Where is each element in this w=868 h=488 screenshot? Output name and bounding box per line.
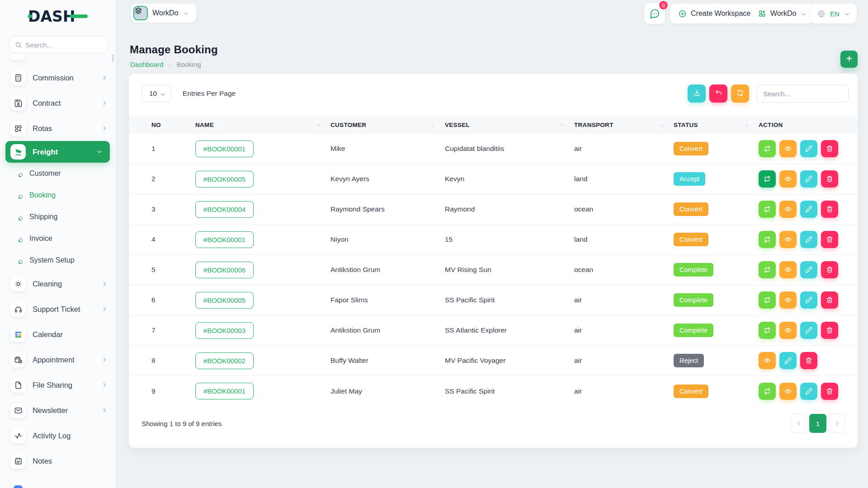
delete-action-button[interactable]: [821, 140, 838, 157]
add-booking-button[interactable]: [840, 51, 858, 68]
booking-number-chip[interactable]: #BOOK00006: [195, 262, 254, 278]
sidebar-item-newsletter[interactable]: Newsletter: [0, 398, 115, 423]
convert-action-button[interactable]: [759, 322, 776, 339]
convert-action-button[interactable]: [759, 383, 776, 400]
delete-icon: [826, 145, 833, 152]
reset-button[interactable]: [709, 84, 727, 103]
eye-action-button[interactable]: [779, 383, 797, 400]
convert-action-button[interactable]: [759, 261, 776, 278]
delete-action-button[interactable]: [821, 291, 838, 309]
entries-per-page-select[interactable]: 10: [142, 85, 171, 102]
sidebar-item-notes[interactable]: Notes: [0, 448, 115, 474]
column-header-transport[interactable]: TRANSPORT↑↓: [574, 116, 674, 134]
breadcrumb-dashboard[interactable]: Dashboard: [130, 61, 163, 68]
sort-arrows-icon[interactable]: ↑↓: [745, 122, 748, 127]
pagination-prev-button[interactable]: [791, 414, 807, 433]
edit-action-button[interactable]: [800, 201, 817, 218]
sidebar-item-cleaning[interactable]: Cleaning: [0, 271, 115, 296]
delete-action-button[interactable]: [821, 322, 838, 339]
sort-arrows-icon[interactable]: ↑↓: [660, 122, 663, 127]
sidebar-item-appointment[interactable]: Appointment: [0, 347, 115, 372]
booking-number-chip[interactable]: #BOOK00001: [195, 231, 254, 248]
sidebar-item-rotas[interactable]: Rotas: [0, 116, 115, 141]
table-search-input[interactable]: [756, 84, 849, 103]
edit-action-button[interactable]: [800, 291, 817, 309]
eye-action-button[interactable]: [779, 291, 797, 309]
column-header-no[interactable]: NO: [129, 116, 195, 134]
booking-number-chip[interactable]: #BOOK00001: [195, 141, 254, 157]
convert-action-button[interactable]: [759, 170, 776, 188]
booking-number-chip[interactable]: #BOOK00005: [195, 292, 254, 309]
booking-number-chip[interactable]: #BOOK00002: [195, 352, 254, 369]
sidebar-item-file-sharing[interactable]: File Sharing: [0, 372, 115, 398]
sidebar-subitem-invoice[interactable]: Invoice: [0, 228, 115, 249]
export-button[interactable]: [688, 84, 706, 103]
column-header-status[interactable]: STATUS↑↓: [674, 116, 759, 134]
workspace-chip[interactable]: WorkDo: [131, 4, 196, 23]
cell-transport: air: [574, 296, 674, 304]
sidebar-subitem-booking[interactable]: Booking: [0, 184, 115, 206]
sort-arrows-icon[interactable]: ↑↓: [316, 122, 320, 127]
column-header-customer[interactable]: CUSTOMER↑↓: [330, 116, 445, 134]
sidebar-subitem-shipping[interactable]: Shipping: [0, 206, 115, 228]
sidebar-item-support-ticket[interactable]: Support Ticket: [0, 296, 115, 322]
sidebar-item-activity-log[interactable]: Activity Log: [0, 423, 115, 448]
delete-action-button[interactable]: [821, 231, 838, 248]
delete-action-button[interactable]: [800, 352, 817, 369]
column-header-name[interactable]: NAME↑↓: [195, 116, 330, 134]
workspace-switcher[interactable]: WorkDo: [751, 4, 813, 23]
app: DASH Commission Contract Rotas Freight: [0, 0, 868, 488]
reload-button[interactable]: [731, 84, 749, 103]
create-workspace-button[interactable]: Create Workspace: [670, 4, 759, 23]
eye-action-button[interactable]: [779, 140, 797, 157]
sidebar-item-calendar[interactable]: 31 Calendar: [0, 322, 115, 347]
sidebar-search-input[interactable]: [25, 41, 102, 49]
sidebar-search[interactable]: [9, 36, 108, 53]
convert-action-button[interactable]: [759, 201, 776, 218]
convert-action-button[interactable]: [759, 231, 776, 248]
edit-action-button[interactable]: [800, 140, 817, 157]
sidebar-item-contract[interactable]: Contract: [0, 90, 115, 116]
convert-action-button[interactable]: [759, 291, 776, 309]
pagination-page-1[interactable]: 1: [809, 414, 826, 433]
booking-number-chip[interactable]: #BOOK00005: [195, 171, 254, 188]
sidebar-item-freight[interactable]: Freight: [5, 141, 110, 163]
edit-action-button[interactable]: [800, 322, 817, 339]
edit-action-button[interactable]: [800, 383, 817, 400]
edit-action-button[interactable]: [800, 170, 817, 188]
convert-action-button[interactable]: [759, 140, 776, 157]
delete-action-button[interactable]: [821, 261, 838, 278]
edit-action-button[interactable]: [800, 231, 817, 248]
eye-action-button[interactable]: [759, 352, 776, 369]
sort-arrows-icon[interactable]: ↑↓: [560, 122, 563, 127]
sidebar-item-partial-bottom[interactable]: [10, 482, 26, 488]
column-header-action[interactable]: ACTION: [759, 116, 858, 134]
table-row: 5 #BOOK00006 Antikstion Grum MV Rising S…: [129, 255, 858, 285]
eye-action-button[interactable]: [779, 201, 797, 218]
brand-logo[interactable]: DASH: [28, 7, 88, 26]
booking-number-chip[interactable]: #BOOK00003: [195, 322, 254, 339]
edit-action-button[interactable]: [800, 261, 817, 278]
language-selector[interactable]: EN: [810, 4, 857, 23]
google-calendar-icon: 31: [14, 330, 23, 339]
edit-action-button[interactable]: [779, 352, 797, 369]
column-header-vessel[interactable]: VESSEL↑↓: [445, 116, 574, 134]
sidebar-subitem-system-setup[interactable]: System Setup: [0, 249, 115, 271]
chevron-left-icon: [796, 420, 802, 427]
pagination-next-button[interactable]: [829, 414, 845, 433]
sidebar-search-area: [0, 27, 115, 54]
sidebar-item-commission[interactable]: Commission: [0, 65, 115, 90]
delete-action-button[interactable]: [821, 201, 838, 218]
booking-number-chip[interactable]: #BOOK00004: [195, 201, 254, 218]
eye-action-button[interactable]: [779, 231, 797, 248]
eye-action-button[interactable]: [779, 322, 797, 339]
messages-button[interactable]: 0: [644, 3, 665, 24]
sidebar-subitem-customer[interactable]: Customer: [0, 163, 115, 184]
delete-action-button[interactable]: [821, 170, 838, 188]
chevron-right-icon: [101, 125, 108, 131]
eye-action-button[interactable]: [779, 261, 797, 278]
booking-number-chip[interactable]: #BOOK00001: [195, 383, 254, 399]
sort-arrows-icon[interactable]: ↑↓: [431, 122, 434, 127]
eye-action-button[interactable]: [779, 170, 797, 188]
delete-action-button[interactable]: [821, 383, 838, 400]
